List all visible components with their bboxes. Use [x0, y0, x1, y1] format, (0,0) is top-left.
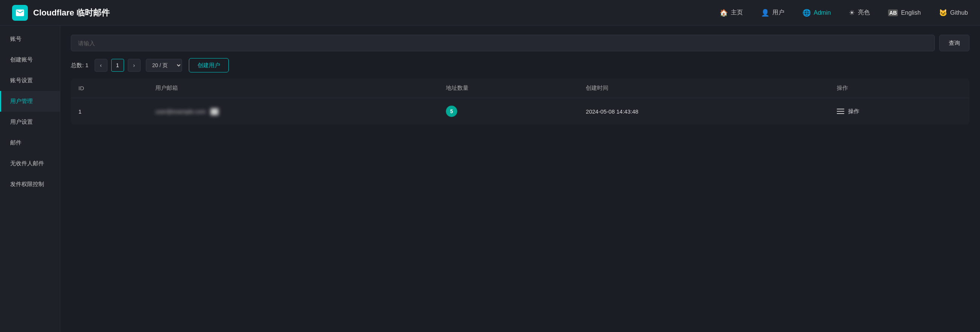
nav-theme[interactable]: ☀ 亮色	[849, 9, 870, 17]
col-header-id: ID	[71, 78, 148, 98]
language-icon: AB	[888, 10, 898, 16]
navbar-nav: 🏠 主页 👤 用户 🌐 Admin ☀ 亮色 AB English 🐱 Gith…	[719, 9, 968, 17]
col-header-created-at: 创建时间	[578, 78, 829, 98]
cell-created-at: 2024-05-08 14:43:48	[578, 98, 829, 125]
search-bar: 查询	[71, 35, 969, 51]
table-row: 1 user@example.com ██ 5 2024-05-08 14:43…	[71, 98, 969, 125]
nav-home[interactable]: 🏠 主页	[719, 9, 743, 17]
sidebar-item-user-settings[interactable]: 用户设置	[0, 112, 60, 132]
nav-admin-label: Admin	[814, 10, 831, 16]
sidebar-item-mail[interactable]: 邮件	[0, 132, 60, 153]
action-menu-trigger[interactable]: 操作	[837, 108, 962, 115]
address-count-badge: 5	[446, 105, 457, 117]
search-input[interactable]	[71, 35, 935, 51]
nav-github-label: Github	[950, 10, 968, 16]
nav-users-label: 用户	[772, 9, 784, 17]
action-label: 操作	[848, 108, 859, 115]
brand-title: Cloudflare 临时邮件	[33, 7, 110, 19]
table-header-row: ID 用户邮箱 地址数量 创建时间 操作	[71, 78, 969, 98]
github-icon: 🐱	[939, 9, 947, 17]
col-header-email: 用户邮箱	[148, 78, 438, 98]
sidebar-item-send-permission[interactable]: 发件权限控制	[0, 174, 60, 195]
col-header-address-count: 地址数量	[438, 78, 579, 98]
sidebar-item-account-settings[interactable]: 账号设置	[0, 70, 60, 91]
sidebar-item-user-management[interactable]: 用户管理	[0, 91, 60, 112]
mail-icon	[15, 8, 25, 18]
cell-id: 1	[71, 98, 148, 125]
cell-action: 操作	[829, 98, 969, 125]
nav-github[interactable]: 🐱 Github	[939, 9, 968, 17]
user-table: ID 用户邮箱 地址数量 创建时间 操作 1 user@example.com …	[71, 78, 969, 124]
navbar-brand: Cloudflare 临时邮件	[12, 5, 110, 21]
cell-address-count: 5	[438, 98, 579, 125]
pagination-prev-btn[interactable]: ‹	[95, 59, 107, 72]
sun-icon: ☀	[849, 9, 855, 17]
user-email: user@example.com ██	[155, 108, 218, 115]
pagination-bar: 总数: 1 ‹ 1 › 20 / 页 50 / 页 100 / 页 创建用户	[71, 58, 969, 72]
sidebar-item-no-recipient-mail[interactable]: 无收件人邮件	[0, 153, 60, 174]
cell-email: user@example.com ██	[148, 98, 438, 125]
hamburger-icon	[837, 109, 844, 114]
main-content: 查询 总数: 1 ‹ 1 › 20 / 页 50 / 页 100 / 页 创建用…	[60, 26, 980, 332]
brand-icon	[12, 5, 28, 21]
page-size-select[interactable]: 20 / 页 50 / 页 100 / 页	[146, 59, 182, 72]
nav-language[interactable]: AB English	[888, 10, 921, 16]
nav-language-label: English	[901, 10, 920, 16]
navbar: Cloudflare 临时邮件 🏠 主页 👤 用户 🌐 Admin ☀ 亮色 A…	[0, 0, 980, 26]
nav-users[interactable]: 👤 用户	[761, 9, 784, 17]
nav-theme-label: 亮色	[858, 9, 870, 17]
col-header-action: 操作	[829, 78, 969, 98]
nav-admin[interactable]: 🌐 Admin	[802, 9, 831, 17]
create-user-button[interactable]: 创建用户	[189, 58, 229, 72]
nav-home-label: 主页	[731, 9, 743, 17]
pagination-next-btn[interactable]: ›	[128, 59, 141, 72]
pagination-total: 总数: 1	[71, 62, 89, 69]
users-icon: 👤	[761, 9, 769, 17]
home-icon: 🏠	[719, 9, 728, 17]
page-layout: 账号 创建账号 账号设置 用户管理 用户设置 邮件 无收件人邮件 发件权限控制	[0, 26, 980, 332]
search-button[interactable]: 查询	[939, 35, 969, 51]
sidebar-item-create-account[interactable]: 创建账号	[0, 49, 60, 70]
sidebar-item-account[interactable]: 账号	[0, 29, 60, 49]
sidebar: 账号 创建账号 账号设置 用户管理 用户设置 邮件 无收件人邮件 发件权限控制	[0, 26, 60, 332]
pagination-current-page: 1	[111, 59, 124, 72]
admin-icon: 🌐	[802, 9, 811, 17]
